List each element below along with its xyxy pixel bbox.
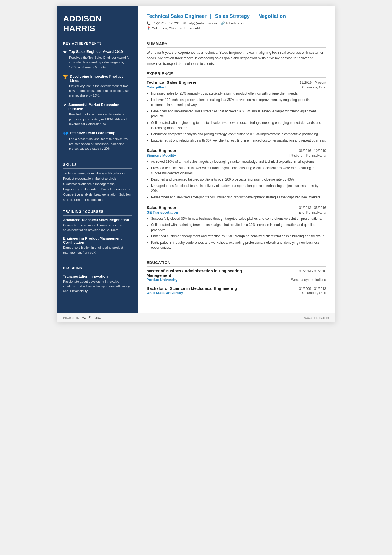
achievements-section: KEY ACHIEVEMENTS ★ Top Sales Engineer Aw… [63, 41, 132, 156]
job-3: Sales Engineer 01/2013 - 05/2016 GE Tran… [147, 205, 326, 251]
education-section-title: EDUCATION [147, 260, 326, 267]
job-3-location: Erie, Pennsylvania [299, 211, 326, 214]
job-title-line: Technical Sales Engineer | Sales Strateg… [147, 13, 326, 19]
sidebar: ADDISON HARRIS KEY ACHIEVEMENTS ★ Top Sa… [57, 6, 138, 313]
resume-footer: Powered by Enhancv www.enhancv.com [57, 313, 335, 322]
course-2-desc: Earned certification in engineering prod… [63, 245, 132, 255]
edu-1-location: West Lafayette, Indiana [291, 278, 326, 282]
edu-2-header: Bachelor of Science in Mechanical Engine… [147, 286, 326, 291]
bullet: Achieved 120% of annual sales targets by… [151, 159, 326, 164]
phone-icon: 📞 [147, 21, 151, 25]
passion-1: Transportation Innovation Passionate abo… [63, 274, 132, 294]
resume-container: ADDISON HARRIS KEY ACHIEVEMENTS ★ Top Sa… [57, 6, 335, 322]
achievements-title: KEY ACHIEVEMENTS [63, 41, 132, 47]
experience-section: EXPERIENCE Technical Sales Engineer 11/2… [147, 66, 326, 255]
passions-title: PASSIONS [63, 266, 132, 272]
course-1-desc: Completed an advanced course in technica… [63, 223, 132, 233]
achievement-3-title: Successful Market Expansion Initiative [68, 103, 132, 111]
enhancv-logo: Enhancv [81, 316, 101, 320]
course-1-title: Advanced Technical Sales Negotiation [63, 218, 132, 222]
experience-section-title: EXPERIENCE [147, 71, 326, 78]
achievement-1: ★ Top Sales Engineer Award 2019 Received… [63, 50, 132, 70]
job-3-title: Sales Engineer [147, 205, 177, 210]
footer-website: www.enhancv.com [304, 316, 329, 319]
contact-line: 📞 +1-(234)-555-1234 ✉ help@enhancv.com 🔗… [147, 21, 326, 25]
contact-line-2: 📍 Columbus, Ohio ☆ Extra Field [147, 26, 326, 30]
achievement-3: ↗ Successful Market Expansion Initiative… [63, 103, 132, 127]
bullet: Developed and implemented sales strategi… [151, 109, 326, 119]
bullet: Provided technical support in over 50 co… [151, 166, 326, 176]
edu-2: Bachelor of Science in Mechanical Engine… [147, 286, 326, 295]
bullet: Led over 100 technical presentations, re… [151, 97, 326, 108]
edu-1-degree: Master of Business Administration in Eng… [147, 269, 254, 278]
job-1-company: Caterpillar Inc. [147, 85, 172, 89]
main-content: Technical Sales Engineer | Sales Strateg… [138, 6, 335, 313]
bullet: Designed and presented tailored solution… [151, 177, 326, 182]
job-2-header: Sales Engineer 06/2016 - 10/2019 [147, 148, 326, 153]
job-2-dates: 06/2016 - 10/2019 [299, 149, 326, 153]
education-section: EDUCATION Master of Business Administrat… [147, 255, 326, 299]
name-line1: ADDISON [63, 14, 101, 23]
bullet: Collaborated with marketing team on camp… [151, 222, 326, 233]
job-2-location: Pittsburgh, Pennsylvania [289, 154, 326, 157]
contact-phone: 📞 +1-(234)-555-1234 [147, 21, 180, 25]
edu-2-degree: Bachelor of Science in Mechanical Engine… [147, 286, 237, 291]
skills-text: Technical sales, Sales strategy, Negotia… [63, 171, 132, 203]
name-line2: HARRIS [63, 24, 95, 33]
contact-linkedin: 🔗 linkedin.com [221, 21, 245, 25]
job-title-3: Negotiation [258, 13, 286, 19]
job-1: Technical Sales Engineer 11/2019 - Prese… [147, 80, 326, 143]
edu-2-location: Columbus, Ohio [302, 291, 326, 295]
job-1-bullets: Increased sales by 25% annually by strat… [147, 91, 326, 143]
resume-body: ADDISON HARRIS KEY ACHIEVEMENTS ★ Top Sa… [57, 6, 335, 313]
achievement-2-desc: Played key role in the development of tw… [63, 84, 132, 98]
achievement-4-desc: Led a cross-functional team to deliver k… [63, 137, 132, 151]
skills-section: SKILLS Technical sales, Sales strategy, … [63, 163, 132, 203]
edu-1-school-line: Purdue University West Lafayette, Indian… [147, 278, 326, 282]
job-3-company: GE Transportation [147, 210, 178, 214]
growth-icon: ↗ [63, 103, 66, 107]
email-icon: ✉ [183, 21, 186, 25]
job-title-2: Sales Strategy [215, 13, 250, 19]
edu-1-dates: 01/2014 - 01/2016 [299, 269, 326, 273]
achievement-1-desc: Received the Top Sales Engineer Award fo… [63, 55, 132, 70]
edu-1-school: Purdue University [147, 278, 177, 282]
powered-by-text: Powered by [63, 316, 79, 319]
achievement-1-title: Top Sales Engineer Award 2019 [69, 50, 123, 54]
job-2-company-line: Siemens Mobility Pittsburgh, Pennsylvani… [147, 153, 326, 157]
location-icon: 📍 [147, 26, 151, 30]
bullet: Researched and identified emerging trend… [151, 195, 326, 200]
skills-title: SKILLS [63, 163, 132, 169]
job-1-location: Columbus, Ohio [302, 85, 326, 89]
bullet: Enhanced customer engagement and retenti… [151, 234, 326, 239]
job-2: Sales Engineer 06/2016 - 10/2019 Siemens… [147, 148, 326, 200]
contact-email: ✉ help@enhancv.com [183, 21, 217, 25]
bullet: Successfully closed $5M in new business … [151, 216, 326, 221]
achievement-2-title: Developing Innovative Product Lines [70, 74, 132, 83]
training-title: TRAINING / COURSES [63, 210, 132, 216]
bullet: Established strong relationships with 30… [151, 138, 326, 143]
edu-2-dates: 01/2009 - 01/2013 [299, 287, 326, 291]
job-3-company-line: GE Transportation Erie, Pennsylvania [147, 210, 326, 214]
footer-left: Powered by Enhancv [63, 316, 101, 320]
passions-section: PASSIONS Transportation Innovation Passi… [63, 266, 132, 297]
team-icon: 👥 [63, 131, 68, 135]
job-2-bullets: Achieved 120% of annual sales targets by… [147, 159, 326, 200]
passion-1-title: Transportation Innovation [63, 274, 132, 278]
trophy-icon: 🏆 [63, 75, 68, 79]
job-3-dates: 01/2013 - 05/2016 [299, 206, 326, 210]
bullet: Managed cross-functional teams in delive… [151, 183, 326, 194]
training-section: TRAINING / COURSES Advanced Technical Sa… [63, 210, 132, 259]
separator-1: | [210, 13, 213, 19]
brand-name: Enhancv [88, 316, 101, 320]
job-2-company: Siemens Mobility [147, 153, 176, 157]
star-icon: ★ [63, 50, 67, 54]
bullet: Conducted competitor analysis and pricin… [151, 132, 326, 137]
bullet: Participated in industry conferences and… [151, 240, 326, 250]
star-extra-icon: ☆ [180, 26, 183, 30]
bullet: Collaborated with engineering teams to d… [151, 120, 326, 130]
bullet: Increased sales by 25% annually by strat… [151, 91, 326, 96]
course-2-title: Engineering Product Management Certifica… [63, 236, 132, 245]
achievement-4: 👥 Effective Team Leadership Led a cross-… [63, 131, 132, 151]
summary-section-title: SUMMARY [147, 41, 326, 48]
